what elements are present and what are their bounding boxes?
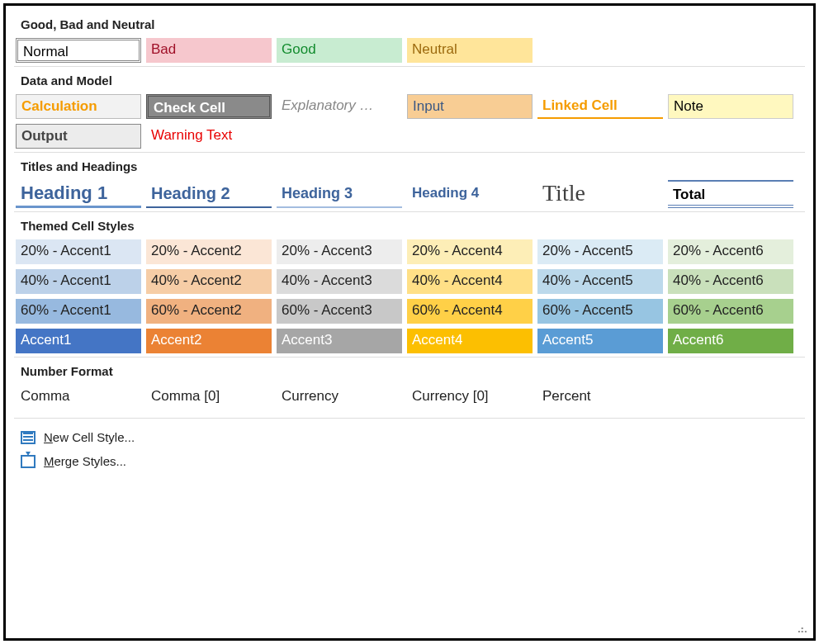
divider xyxy=(14,211,805,212)
style-explanatory[interactable]: Explanatory … xyxy=(277,94,402,119)
section-title-themed: Themed Cell Styles xyxy=(14,214,805,239)
section-title-titles: Titles and Headings xyxy=(14,154,805,180)
section-title-data-model: Data and Model xyxy=(14,69,805,94)
style-60-accent6[interactable]: 60% - Accent6 xyxy=(668,299,793,324)
style-accent5[interactable]: Accent5 xyxy=(537,329,663,353)
style-neutral[interactable]: Neutral xyxy=(407,38,533,63)
style-input[interactable]: Input xyxy=(407,94,533,119)
style-normal[interactable]: Normal xyxy=(16,38,141,63)
style-calculation[interactable]: Calculation xyxy=(16,94,141,119)
divider xyxy=(14,357,805,358)
style-comma-0[interactable]: Comma [0] xyxy=(146,385,272,410)
style-60-accent1[interactable]: 60% - Accent1 xyxy=(16,299,141,324)
style-accent2[interactable]: Accent2 xyxy=(146,329,272,353)
new-cell-style-button[interactable]: New Cell Style... xyxy=(14,425,805,449)
style-20-accent2[interactable]: 20% - Accent2 xyxy=(146,239,272,264)
style-title[interactable]: Title xyxy=(537,180,663,208)
cell-styles-gallery: Good, Bad and Neutral Normal Bad Good Ne… xyxy=(3,3,816,641)
style-linked-cell[interactable]: Linked Cell xyxy=(537,94,663,119)
style-40-accent2[interactable]: 40% - Accent2 xyxy=(146,269,272,294)
style-accent6[interactable]: Accent6 xyxy=(668,329,793,353)
style-percent[interactable]: Percent xyxy=(537,385,663,410)
style-40-accent1[interactable]: 40% - Accent1 xyxy=(16,269,141,294)
style-20-accent4[interactable]: 20% - Accent4 xyxy=(407,239,533,264)
style-60-accent5[interactable]: 60% - Accent5 xyxy=(537,299,663,324)
resize-grip-icon[interactable]: ⠴⠄ xyxy=(797,623,810,636)
style-total[interactable]: Total xyxy=(668,180,793,208)
new-style-icon xyxy=(21,431,36,444)
section-title-gbn: Good, Bad and Neutral xyxy=(14,12,805,38)
style-40-accent5[interactable]: 40% - Accent5 xyxy=(537,269,663,294)
merge-styles-button[interactable]: Merge Styles... xyxy=(14,449,805,473)
style-20-accent3[interactable]: 20% - Accent3 xyxy=(277,239,402,264)
divider xyxy=(14,66,805,67)
style-currency-0[interactable]: Currency [0] xyxy=(407,385,533,410)
style-heading-4[interactable]: Heading 4 xyxy=(407,180,533,208)
style-40-accent6[interactable]: 40% - Accent6 xyxy=(668,269,793,294)
footer: New Cell Style... Merge Styles... xyxy=(14,418,805,473)
style-good[interactable]: Good xyxy=(277,38,402,63)
style-40-accent3[interactable]: 40% - Accent3 xyxy=(277,269,402,294)
style-accent1[interactable]: Accent1 xyxy=(16,329,141,353)
gbn-grid: Normal Bad Good Neutral xyxy=(14,38,805,63)
style-note[interactable]: Note xyxy=(668,94,793,119)
titles-grid: Heading 1 Heading 2 Heading 3 Heading 4 … xyxy=(14,180,805,208)
themed-grid: 20% - Accent1 20% - Accent2 20% - Accent… xyxy=(14,239,805,353)
style-bad[interactable]: Bad xyxy=(146,38,272,63)
style-20-accent6[interactable]: 20% - Accent6 xyxy=(668,239,793,264)
style-output[interactable]: Output xyxy=(16,124,141,149)
style-warning-text[interactable]: Warning Text xyxy=(146,124,272,149)
style-heading-2[interactable]: Heading 2 xyxy=(146,180,272,208)
style-20-accent5[interactable]: 20% - Accent5 xyxy=(537,239,663,264)
merge-styles-label: Merge Styles... xyxy=(44,454,126,468)
style-20-accent1[interactable]: 20% - Accent1 xyxy=(16,239,141,264)
data-model-grid: Calculation Check Cell Explanatory … Inp… xyxy=(14,94,805,149)
new-style-label: New Cell Style... xyxy=(44,430,135,444)
divider xyxy=(14,152,805,153)
style-60-accent3[interactable]: 60% - Accent3 xyxy=(277,299,402,324)
style-heading-3[interactable]: Heading 3 xyxy=(277,180,402,208)
numfmt-grid: Comma Comma [0] Currency Currency [0] Pe… xyxy=(14,385,805,410)
style-60-accent2[interactable]: 60% - Accent2 xyxy=(146,299,272,324)
style-currency[interactable]: Currency xyxy=(277,385,402,410)
style-heading-1[interactable]: Heading 1 xyxy=(16,180,141,208)
style-check-cell[interactable]: Check Cell xyxy=(146,94,272,119)
style-40-accent4[interactable]: 40% - Accent4 xyxy=(407,269,533,294)
style-comma[interactable]: Comma xyxy=(16,385,141,410)
style-accent4[interactable]: Accent4 xyxy=(407,329,533,353)
section-title-numfmt: Number Format xyxy=(14,359,805,385)
merge-styles-icon xyxy=(21,455,36,468)
style-60-accent4[interactable]: 60% - Accent4 xyxy=(407,299,533,324)
style-accent3[interactable]: Accent3 xyxy=(277,329,402,353)
